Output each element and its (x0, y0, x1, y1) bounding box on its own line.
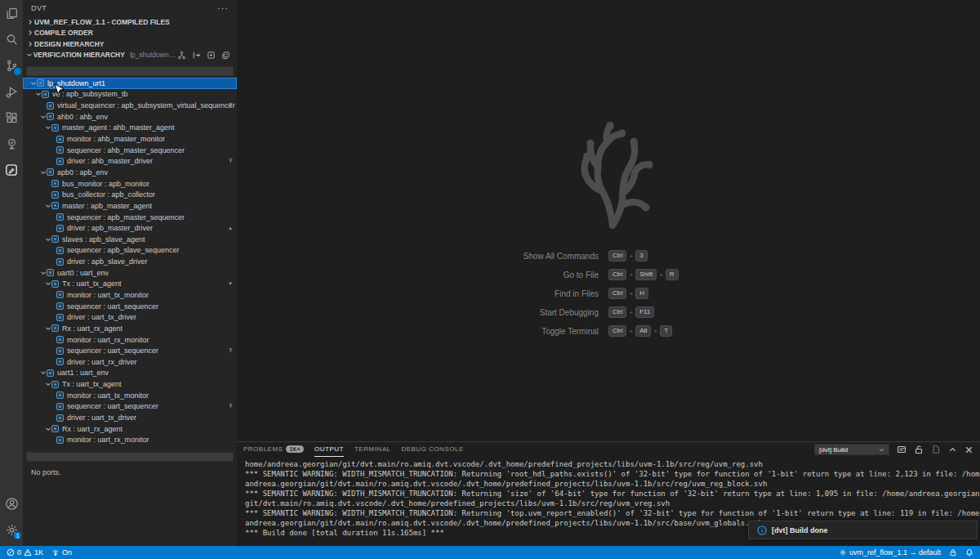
tree-item[interactable]: monitor : ahb_master_monitor (23, 133, 237, 145)
tree-item[interactable]: sequencer : ahb_master_sequencer (23, 145, 237, 156)
source-control-icon[interactable] (0, 52, 23, 78)
dvt-extension-icon[interactable] (0, 157, 23, 183)
tree-item[interactable]: sequencer : uart_sequencerŦ (23, 345, 237, 356)
tree-item[interactable]: driver : apb_master_driver▲ (23, 222, 237, 234)
extensions-icon[interactable] (0, 105, 23, 131)
chevron-down-icon[interactable] (39, 114, 47, 120)
tree-item[interactable]: sequencer : uart_sequencerŦ (23, 401, 237, 413)
chevron-down-icon[interactable] (44, 280, 51, 287)
tree-item[interactable]: driver : uart_tx_driver (23, 412, 237, 423)
collapse-all-icon[interactable] (221, 51, 230, 60)
panel-tab-terminal[interactable]: TERMINAL (354, 442, 390, 457)
key-chip: Ctrl (608, 269, 626, 280)
tree-item[interactable]: driver : uart_rx_driver (23, 356, 237, 368)
settings-gear-icon[interactable]: 1 (0, 517, 23, 543)
tree-item[interactable]: apb0 : apb_env (23, 167, 237, 178)
tree-item[interactable]: sequencer : apb_master_sequencer (23, 212, 237, 223)
tree-item[interactable]: uart0 : uart_env (23, 267, 237, 279)
tree-item[interactable]: master : apb_master_agent (23, 200, 237, 212)
chevron-down-icon[interactable] (44, 124, 51, 131)
tree-item[interactable]: slaves : apb_slave_agent (23, 234, 237, 245)
hierarchy-filter-input[interactable] (26, 66, 234, 76)
section-header-uvm-ref-flow-1-1-compiled-files[interactable]: UVM_REF_FLOW_1.1 - COMPILED FILES (23, 16, 237, 28)
chevron-down-icon[interactable] (44, 381, 51, 387)
hierarchy-graph-icon[interactable] (177, 51, 186, 60)
build-done-notification[interactable]: [dvt] Build done (748, 521, 978, 539)
tree-item[interactable]: bus_collector : apb_collector (23, 189, 237, 200)
chevron-down-icon[interactable] (34, 91, 42, 97)
gear-icon (839, 548, 847, 557)
tree-item[interactable]: sequencer : apb_slave_sequencer (23, 245, 237, 257)
shortcut-label: Go to File (408, 271, 608, 280)
account-icon[interactable] (0, 490, 23, 517)
search-icon[interactable] (0, 26, 23, 52)
tree-item[interactable]: monitor : uart_rx_monitor (23, 435, 237, 446)
chevron-down-icon[interactable] (44, 325, 51, 332)
tree-item[interactable]: driver : uart_tx_driver (23, 311, 237, 323)
section-header-compile-order[interactable]: COMPILE ORDER (23, 28, 237, 39)
close-panel-icon[interactable] (964, 445, 973, 454)
expand-ports-icon[interactable] (192, 51, 201, 60)
open-diagram-icon[interactable] (207, 51, 216, 60)
tree-item[interactable]: sequencer : uart_sequencer (23, 301, 237, 312)
tree-item[interactable]: uart1 : uart_env (23, 368, 237, 379)
uvm-component-icon (56, 158, 64, 165)
unlock-icon[interactable] (914, 445, 924, 454)
open-log-file-icon[interactable] (931, 445, 941, 454)
lock-status[interactable] (949, 548, 957, 557)
section-header-verification-hierarchy[interactable]: VERIFICATION HIERARCHYlp_shutdown_urt1 (23, 50, 237, 61)
section-header-design-hierarchy[interactable]: DESIGN HIERARCHY (23, 38, 237, 50)
output-line: *** SEMANTIC WARNING: WIDTH_MISMATCH_TRU… (245, 508, 980, 518)
key-chip: 3 (635, 250, 647, 262)
tree-item-label: bus_collector : apb_collector (62, 190, 155, 199)
tree-item-label: master : apb_master_agent (62, 202, 152, 210)
tree-item[interactable]: monitor : uart_rx_monitor (23, 334, 237, 346)
tree-item[interactable]: bus_monitor : apb_monitor (23, 178, 237, 190)
pin-marker-icon: Ŧ (229, 403, 233, 409)
tree-item[interactable]: Tx : uart_tx_agent▼ (23, 279, 237, 290)
panel-tab-output[interactable]: OUTPUT (314, 442, 344, 457)
tree-item[interactable]: driver : apb_slave_driver (23, 256, 237, 267)
output-channel-select[interactable]: [dvt] Build (814, 444, 889, 455)
tree-item[interactable]: Rx : uart_rx_agent (23, 423, 237, 435)
clear-output-icon[interactable] (897, 445, 906, 454)
maximize-panel-icon[interactable] (948, 445, 957, 454)
testing-icon[interactable] (0, 131, 23, 157)
tree-item[interactable]: monitor : uart_tx_monitor (23, 390, 237, 401)
remote-status[interactable]: On (51, 546, 72, 559)
tree-item[interactable]: monitor : uart_tx_monitor (23, 289, 237, 301)
activity-bar: 1 (0, 0, 23, 546)
uvm-component-icon (47, 369, 54, 377)
panel-tab-debug-console[interactable]: DEBUG CONSOLE (401, 442, 463, 457)
explorer-icon[interactable] (0, 0, 23, 26)
tree-item[interactable]: lp_shutdown_urt1 (23, 78, 237, 89)
chevron-down-icon[interactable] (44, 426, 51, 432)
tree-item[interactable]: virtual_sequencer : apb_subsystem_virtua… (23, 100, 237, 111)
run-debug-icon[interactable] (0, 78, 23, 105)
chevron-down-icon[interactable] (29, 80, 37, 87)
uvm-component-icon (56, 302, 64, 310)
ports-filter-input[interactable] (26, 452, 234, 462)
tree-item[interactable]: master_agent : ahb_master_agent (23, 123, 237, 134)
notifications-status[interactable] (965, 548, 973, 557)
tree-item[interactable]: ve : apb_subsystem_tb (23, 89, 237, 101)
problems-status[interactable]: 0 1K (7, 546, 43, 559)
tree-item[interactable]: ahb0 : ahb_env (23, 111, 237, 123)
tree-item[interactable]: Rx : uart_rx_agent (23, 323, 237, 334)
dvt-project-status[interactable]: uvm_ref_flow_1.1 → default (839, 548, 941, 557)
output-line: *** SEMANTIC WARNING: WIDTH_MISMATCH_TRU… (245, 469, 980, 479)
tree-item-label: uart0 : uart_env (57, 269, 109, 277)
chevron-down-icon[interactable] (39, 270, 47, 276)
chevron-down-icon[interactable] (44, 236, 51, 243)
panel-tab-problems[interactable]: PROBLEMS1K+ (243, 442, 304, 457)
tree-item[interactable]: Tx : uart_tx_agent (23, 378, 237, 390)
chevron-down-icon[interactable] (39, 369, 47, 376)
more-actions-icon[interactable]: ··· (217, 3, 229, 13)
chevron-down-icon[interactable] (44, 203, 51, 209)
section-label: COMPILE ORDER (34, 29, 93, 37)
keyboard-shortcut-hints: Show All CommandsCtrl+3Go to FileCtrl+Sh… (237, 250, 980, 344)
antenna-icon (51, 548, 60, 557)
editor-area: Show All CommandsCtrl+3Go to FileCtrl+Sh… (237, 0, 980, 441)
chevron-down-icon[interactable] (39, 169, 47, 176)
tree-item[interactable]: driver : ahb_master_driverŦ (23, 155, 237, 167)
